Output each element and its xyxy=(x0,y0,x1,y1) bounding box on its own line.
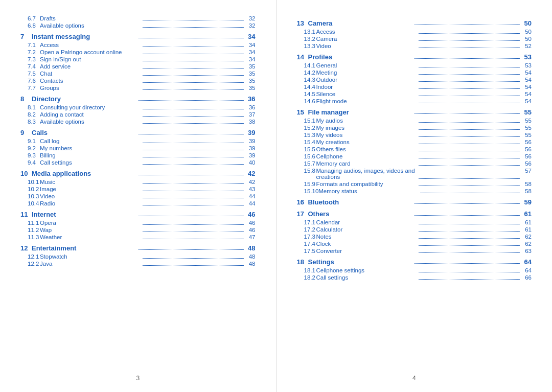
section-15-header: 15 File manager 55 xyxy=(297,108,532,116)
list-item: 15.1 My audios 55 xyxy=(297,118,532,124)
section-9-header: 9 Calls 39 xyxy=(20,129,256,136)
list-item: 7.1 Access 34 xyxy=(20,42,256,48)
left-page-number: 3 xyxy=(20,367,256,382)
list-item: 15.8 Managing audios, images, videos and… xyxy=(297,168,532,180)
list-item: 12.2 Java 48 xyxy=(20,261,256,267)
list-item: 9.3 Billing 39 xyxy=(20,152,256,158)
list-item: 7.7 Groups 35 xyxy=(20,85,256,91)
list-item: 7.3 Sign in/Sign out 34 xyxy=(20,56,256,62)
list-item: 14.1 General 53 xyxy=(297,62,532,68)
list-item: 15.9 Formats and compatibility 58 xyxy=(297,181,532,187)
section-9-items: 9.1 Call log 39 9.2 My numbers 39 9.3 Bi… xyxy=(20,138,256,166)
list-item: 7.6 Contacts 35 xyxy=(20,78,256,84)
right-toc: 13 Camera 50 13.1 Access 50 13.2 Camera … xyxy=(297,15,532,367)
section-8-items: 8.1 Consulting your directory 36 8.2 Add… xyxy=(20,104,256,125)
list-item: 17.1 Calendar 61 xyxy=(297,219,532,225)
list-item: 8.3 Available options 38 xyxy=(20,119,256,125)
section-18-items: 18.1 Cellphone settings 64 18.2 Call set… xyxy=(297,267,532,281)
list-item: 13.1 Access 50 xyxy=(297,29,532,35)
left-page: 6.7 Drafts 32 6.8 Available options 32 7… xyxy=(0,0,277,392)
section-13-header: 13 Camera 50 xyxy=(297,19,532,27)
right-page: 13 Camera 50 13.1 Access 50 13.2 Camera … xyxy=(277,0,553,392)
right-page-number: 4 xyxy=(297,367,532,382)
list-item: 9.1 Call log 39 xyxy=(20,138,256,144)
section-11-header: 11 Internet 46 xyxy=(20,211,256,218)
list-item: 15.4 My creations 56 xyxy=(297,139,532,145)
list-item: 17.5 Converter 63 xyxy=(297,248,532,254)
list-item: 15.7 Memory card 56 xyxy=(297,160,532,167)
list-item: 15.3 My videos 55 xyxy=(297,132,532,138)
list-item: 8.2 Adding a contact 37 xyxy=(20,111,256,118)
left-toc: 6.7 Drafts 32 6.8 Available options 32 7… xyxy=(20,15,256,367)
list-item: 14.2 Meeting 54 xyxy=(297,70,532,76)
list-item: 14.6 Flight mode 54 xyxy=(297,98,532,104)
list-item: 7.4 Add service 35 xyxy=(20,63,256,70)
list-item: 15.5 Others files 56 xyxy=(297,146,532,152)
list-item: 7.2 Open a Palringo account online 34 xyxy=(20,49,256,55)
section-12-header: 12 Entertainment 48 xyxy=(20,244,256,252)
list-item: 18.1 Cellphone settings 64 xyxy=(297,267,532,273)
section-17-header: 17 Others 61 xyxy=(297,210,532,218)
section-7-items: 7.1 Access 34 7.2 Open a Palringo accoun… xyxy=(20,42,256,91)
list-item: 15.2 My images 55 xyxy=(297,125,532,131)
list-item: 9.2 My numbers 39 xyxy=(20,145,256,151)
list-item: 15.6 Cellphone 56 xyxy=(297,153,532,159)
list-item: 8.1 Consulting your directory 36 xyxy=(20,104,256,110)
list-item: 13.3 Video 52 xyxy=(297,43,532,49)
list-item: 17.2 Calculator 61 xyxy=(297,226,532,233)
list-item: 10.1 Music 42 xyxy=(20,179,256,185)
list-item: 7.5 Chat 35 xyxy=(20,71,256,77)
list-item: 14.3 Outdoor 54 xyxy=(297,77,532,83)
section-13-items: 13.1 Access 50 13.2 Camera 50 13.3 Video… xyxy=(297,29,532,49)
section-14-items: 14.1 General 53 14.2 Meeting 54 14.3 Out… xyxy=(297,62,532,104)
section-16-header: 16 Bluetooth 59 xyxy=(297,198,532,206)
list-item: 10.3 Video 44 xyxy=(20,193,256,199)
section-17-items: 17.1 Calendar 61 17.2 Calculator 61 17.3… xyxy=(297,219,532,254)
list-item: 6.8 Available options 32 xyxy=(20,22,256,29)
list-item: 10.2 Image 43 xyxy=(20,186,256,192)
list-item: 10.4 Radio 44 xyxy=(20,200,256,206)
list-item: 18.2 Call settings 66 xyxy=(297,274,532,281)
list-item: 11.1 Opera 46 xyxy=(20,220,256,226)
section-12-items: 12.1 Stopwatch 48 12.2 Java 48 xyxy=(20,253,256,267)
list-item: 11.3 Weather 47 xyxy=(20,234,256,240)
list-item: 17.4 Clock 62 xyxy=(297,241,532,247)
section-7-header: 7 Instant messaging 34 xyxy=(20,33,256,40)
list-item: 14.4 Indoor 54 xyxy=(297,84,532,90)
list-item: 13.2 Camera 50 xyxy=(297,36,532,42)
section-18-header: 18 Settings 64 xyxy=(297,258,532,266)
list-item: 6.7 Drafts 32 xyxy=(20,15,256,21)
list-item: 11.2 Wap 46 xyxy=(20,227,256,233)
section-11-items: 11.1 Opera 46 11.2 Wap 46 11.3 Weather 4… xyxy=(20,220,256,240)
section-14-header: 14 Profiles 53 xyxy=(297,53,532,61)
pages-container: 6.7 Drafts 32 6.8 Available options 32 7… xyxy=(0,0,552,392)
section-6-items: 6.7 Drafts 32 6.8 Available options 32 xyxy=(20,15,256,29)
section-10-header: 10 Media applications 42 xyxy=(20,170,256,177)
section-8-header: 8 Directory 36 xyxy=(20,95,256,103)
section-15-items: 15.1 My audios 55 15.2 My images 55 15.3… xyxy=(297,118,532,194)
list-item: 15.10 Memory status 58 xyxy=(297,188,532,194)
list-item: 17.3 Notes 62 xyxy=(297,234,532,240)
list-item: 9.4 Call settings 40 xyxy=(20,159,256,166)
list-item: 14.5 Silence 54 xyxy=(297,91,532,97)
section-10-items: 10.1 Music 42 10.2 Image 43 10.3 Video 4… xyxy=(20,179,256,206)
list-item: 12.1 Stopwatch 48 xyxy=(20,253,256,260)
